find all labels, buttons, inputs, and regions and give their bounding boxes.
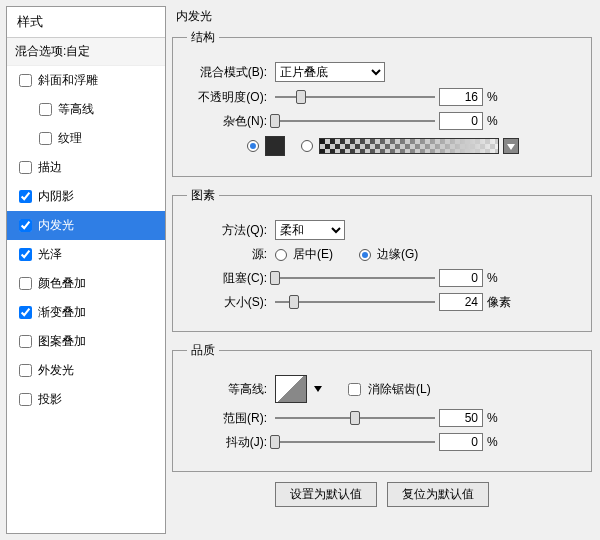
style-item-10[interactable]: 外发光 [7, 356, 165, 385]
elements-legend: 图素 [187, 187, 219, 204]
style-checkbox-1[interactable] [39, 103, 52, 116]
style-item-0[interactable]: 斜面和浮雕 [7, 66, 165, 95]
style-checkbox-4[interactable] [19, 190, 32, 203]
style-item-5[interactable]: 内发光 [7, 211, 165, 240]
color-gradient-radio[interactable] [301, 140, 313, 152]
choke-input[interactable] [439, 269, 483, 287]
style-item-1[interactable]: 等高线 [7, 95, 165, 124]
contour-label: 等高线: [187, 381, 271, 398]
make-default-button[interactable]: 设置为默认值 [275, 482, 377, 507]
method-label: 方法(Q): [187, 222, 271, 239]
style-checkbox-7[interactable] [19, 277, 32, 290]
opacity-input[interactable] [439, 88, 483, 106]
style-checkbox-3[interactable] [19, 161, 32, 174]
gradient-swatch[interactable] [319, 138, 499, 154]
opacity-label: 不透明度(O): [187, 89, 271, 106]
range-unit: % [487, 411, 517, 425]
range-slider[interactable] [275, 411, 435, 425]
style-item-2[interactable]: 纹理 [7, 124, 165, 153]
style-checkbox-10[interactable] [19, 364, 32, 377]
sidebar-title: 样式 [7, 7, 165, 38]
style-label-10: 外发光 [38, 362, 74, 379]
style-label-4: 内阴影 [38, 188, 74, 205]
style-label-5: 内发光 [38, 217, 74, 234]
style-label-1: 等高线 [58, 101, 94, 118]
noise-label: 杂色(N): [187, 113, 271, 130]
style-label-9: 图案叠加 [38, 333, 86, 350]
size-slider[interactable] [275, 295, 435, 309]
style-item-11[interactable]: 投影 [7, 385, 165, 414]
source-center-label: 居中(E) [293, 246, 333, 263]
contour-dropdown-icon[interactable] [314, 386, 322, 392]
style-label-8: 渐变叠加 [38, 304, 86, 321]
size-input[interactable] [439, 293, 483, 311]
size-unit: 像素 [487, 294, 517, 311]
choke-slider[interactable] [275, 271, 435, 285]
source-center-radio[interactable] [275, 249, 287, 261]
reset-default-button[interactable]: 复位为默认值 [387, 482, 489, 507]
jitter-input[interactable] [439, 433, 483, 451]
choke-label: 阻塞(C): [187, 270, 271, 287]
choke-unit: % [487, 271, 517, 285]
noise-input[interactable] [439, 112, 483, 130]
jitter-unit: % [487, 435, 517, 449]
opacity-unit: % [487, 90, 517, 104]
quality-legend: 品质 [187, 342, 219, 359]
style-item-4[interactable]: 内阴影 [7, 182, 165, 211]
jitter-label: 抖动(J): [187, 434, 271, 451]
style-label-6: 光泽 [38, 246, 62, 263]
style-label-2: 纹理 [58, 130, 82, 147]
source-edge-radio[interactable] [359, 249, 371, 261]
styles-sidebar: 样式 混合选项:自定 斜面和浮雕等高线纹理描边内阴影内发光光泽颜色叠加渐变叠加图… [6, 6, 166, 534]
style-item-3[interactable]: 描边 [7, 153, 165, 182]
color-solid-radio[interactable] [247, 140, 259, 152]
style-item-6[interactable]: 光泽 [7, 240, 165, 269]
source-label: 源: [187, 246, 271, 263]
range-input[interactable] [439, 409, 483, 427]
structure-legend: 结构 [187, 29, 219, 46]
blend-mode-label: 混合模式(B): [187, 64, 271, 81]
blending-options-label: 混合选项:自定 [15, 43, 90, 60]
style-checkbox-2[interactable] [39, 132, 52, 145]
gradient-dropdown-icon[interactable] [503, 138, 519, 154]
blending-options-item[interactable]: 混合选项:自定 [7, 38, 165, 66]
elements-group: 图素 方法(Q): 柔和 源: 居中(E) 边缘(G) 阻塞(C): [172, 187, 592, 332]
style-checkbox-5[interactable] [19, 219, 32, 232]
noise-slider[interactable] [275, 114, 435, 128]
antialias-label: 消除锯齿(L) [368, 381, 431, 398]
noise-unit: % [487, 114, 517, 128]
panel-title: 内发光 [176, 8, 592, 25]
color-swatch[interactable] [265, 136, 285, 156]
style-checkbox-8[interactable] [19, 306, 32, 319]
style-label-3: 描边 [38, 159, 62, 176]
style-item-7[interactable]: 颜色叠加 [7, 269, 165, 298]
source-edge-label: 边缘(G) [377, 246, 418, 263]
style-item-8[interactable]: 渐变叠加 [7, 298, 165, 327]
jitter-slider[interactable] [275, 435, 435, 449]
quality-group: 品质 等高线: 消除锯齿(L) 范围(R): % 抖动(J): [172, 342, 592, 472]
style-label-11: 投影 [38, 391, 62, 408]
style-item-9[interactable]: 图案叠加 [7, 327, 165, 356]
style-label-7: 颜色叠加 [38, 275, 86, 292]
antialias-checkbox[interactable] [348, 383, 361, 396]
style-label-0: 斜面和浮雕 [38, 72, 98, 89]
opacity-slider[interactable] [275, 90, 435, 104]
style-checkbox-0[interactable] [19, 74, 32, 87]
style-checkbox-6[interactable] [19, 248, 32, 261]
structure-group: 结构 混合模式(B): 正片叠底 不透明度(O): % 杂色(N): [172, 29, 592, 177]
method-select[interactable]: 柔和 [275, 220, 345, 240]
contour-swatch[interactable] [275, 375, 307, 403]
size-label: 大小(S): [187, 294, 271, 311]
style-checkbox-9[interactable] [19, 335, 32, 348]
range-label: 范围(R): [187, 410, 271, 427]
inner-glow-panel: 内发光 结构 混合模式(B): 正片叠底 不透明度(O): % 杂色(N): [168, 0, 600, 540]
blend-mode-select[interactable]: 正片叠底 [275, 62, 385, 82]
style-checkbox-11[interactable] [19, 393, 32, 406]
